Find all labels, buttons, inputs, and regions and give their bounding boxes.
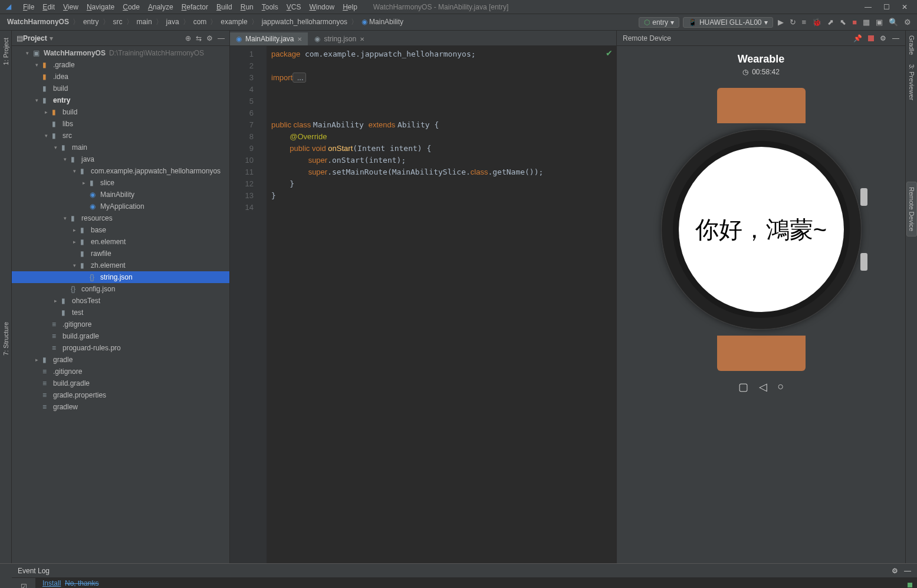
menu-navigate[interactable]: Navigate <box>83 2 119 12</box>
overview-icon[interactable]: ▢ <box>738 380 748 393</box>
menu-code[interactable]: Code <box>119 2 144 12</box>
tab-gradle[interactable]: Gradle <box>907 31 916 60</box>
attach-icon[interactable]: ⬈ <box>826 18 835 27</box>
tree-item[interactable]: ≡gradlew <box>12 401 229 413</box>
breadcrumb[interactable]: entry <box>81 18 101 26</box>
tree-item[interactable]: ▮libs <box>12 118 229 130</box>
search-icon[interactable]: 🔍 <box>888 18 899 27</box>
breadcrumb[interactable]: com <box>191 18 209 26</box>
menu-file[interactable]: File <box>19 2 38 12</box>
collapse-icon[interactable]: ⇆ <box>196 34 202 42</box>
event-log-body[interactable]: Install No, thanks 8:26 AM Gradle sync s… <box>35 578 917 588</box>
device-selector[interactable]: 📱HUAWEI GLL-AL00▾ <box>683 17 773 28</box>
minimize-panel-icon[interactable]: — <box>892 34 899 42</box>
stop-device-icon[interactable] <box>868 35 874 41</box>
tree-item[interactable]: ≡.gitignore <box>12 318 229 330</box>
breadcrumb[interactable]: jappwatch_helloharmonyos <box>259 18 350 26</box>
mark-read-icon[interactable]: ☑ <box>21 583 27 588</box>
minimize-icon[interactable]: — <box>865 3 872 11</box>
menu-refactor[interactable]: Refactor <box>178 2 212 12</box>
tab-remote-device[interactable]: Remote Device <box>906 182 917 236</box>
tree-item[interactable]: ▮build <box>12 83 229 94</box>
breadcrumb[interactable]: java <box>164 18 182 26</box>
tree-item[interactable]: ≡proguard-rules.pro <box>12 342 229 354</box>
settings-icon[interactable]: ⚙ <box>903 18 912 27</box>
tree-item[interactable]: ▮.idea <box>12 71 229 83</box>
tree-item[interactable]: ▸▮build <box>12 106 229 118</box>
run-icon[interactable]: ▶ <box>777 18 785 27</box>
breadcrumb[interactable]: ◉MainAbility <box>359 18 406 26</box>
gear-icon[interactable]: ⚙ <box>206 34 213 42</box>
maximize-icon[interactable]: ☐ <box>883 3 890 11</box>
hide-panel-icon[interactable]: — <box>904 567 911 575</box>
tree-item[interactable]: ▾▮entry <box>12 94 229 106</box>
menu-vcs[interactable]: VCS <box>282 2 305 12</box>
remote-device-title: Remote Device <box>623 34 671 42</box>
breadcrumb[interactable]: main <box>134 18 155 26</box>
tree-item[interactable]: {}config.json <box>12 283 229 295</box>
tab-previewer[interactable]: 3: Previewer <box>907 60 916 105</box>
tree-item[interactable]: ▾▮main <box>12 142 229 153</box>
close-tab-icon[interactable]: ✕ <box>360 36 364 42</box>
menu-build[interactable]: Build <box>212 2 236 12</box>
tab-project[interactable]: 1: Project <box>1 33 11 70</box>
tree-item[interactable]: {}string.json <box>12 271 229 283</box>
tree-root[interactable]: ▾▣ WatchHarmonyOSD:\Training\WatchHarmon… <box>12 47 229 59</box>
menu-window[interactable]: Window <box>305 2 338 12</box>
debug-icon[interactable]: 🐞 <box>811 18 823 27</box>
tree-item[interactable]: ▾▮src <box>12 130 229 142</box>
no-thanks-link[interactable]: No, thanks <box>65 579 98 587</box>
tree-item[interactable]: ▾▮zh.element <box>12 259 229 271</box>
rerun-icon[interactable]: ↻ <box>788 18 797 27</box>
tree-item[interactable]: ≡gradle.properties <box>12 389 229 401</box>
tree-item[interactable]: ▾▮com.example.jappwatch_helloharmonyos <box>12 165 229 177</box>
tree-item[interactable]: ▾▮.gradle <box>12 59 229 71</box>
target-icon[interactable]: ⊕ <box>185 34 191 42</box>
tree-item[interactable]: ▾▮java <box>12 153 229 165</box>
gear-icon[interactable]: ⚙ <box>880 34 886 42</box>
hide-icon[interactable]: — <box>218 34 225 42</box>
close-tab-icon[interactable]: ✕ <box>297 36 302 42</box>
menu-view[interactable]: View <box>59 2 83 12</box>
tree-item[interactable]: ▮test <box>12 307 229 318</box>
editor-tab[interactable]: ◉string.json✕ <box>308 32 371 45</box>
stop-icon[interactable]: ■ <box>851 18 858 27</box>
tree-item[interactable]: ▸▮slice <box>12 177 229 189</box>
watch-emulator[interactable]: 你好，鴻蒙~ <box>643 88 879 371</box>
module-selector[interactable]: ⬡entry▾ <box>639 17 679 28</box>
home-icon[interactable]: ○ <box>778 380 784 393</box>
menu-edit[interactable]: Edit <box>38 2 59 12</box>
editor-tab[interactable]: ◉MainAbility.java✕ <box>230 32 308 45</box>
emulator-icon[interactable]: ▣ <box>875 18 884 27</box>
tree-item[interactable]: ▸▮base <box>12 224 229 236</box>
code-editor[interactable]: 1234567891011121314 package com.example.… <box>230 46 616 563</box>
menu-run[interactable]: Run <box>236 2 258 12</box>
tree-item[interactable]: ▸▮gradle <box>12 354 229 366</box>
breadcrumb[interactable]: example <box>218 18 249 26</box>
tree-item[interactable]: ▾▮resources <box>12 212 229 224</box>
tree-item[interactable]: ▮rawfile <box>12 248 229 259</box>
tab-structure[interactable]: 7: Structure <box>1 317 11 360</box>
menu-tools[interactable]: Tools <box>258 2 282 12</box>
tree-item[interactable]: ◉MainAbility <box>12 189 229 201</box>
pin-icon[interactable]: 📌 <box>853 34 862 42</box>
tree-item[interactable]: ≡build.gradle <box>12 377 229 389</box>
menu-help[interactable]: Help <box>338 2 361 12</box>
breadcrumb[interactable]: src <box>111 18 125 26</box>
back-icon[interactable]: ◁ <box>759 380 767 393</box>
tree-item[interactable]: ▸▮ohosTest <box>12 295 229 307</box>
menu-analyze[interactable]: Analyze <box>144 2 178 12</box>
tree-item[interactable]: ◉MyApplication <box>12 201 229 212</box>
tree-item[interactable]: ≡.gitignore <box>12 366 229 377</box>
install-link[interactable]: Install <box>42 579 61 587</box>
breadcrumb[interactable]: WatchHarmonyOS <box>5 18 71 26</box>
layout-icon[interactable]: ▦ <box>862 18 871 27</box>
tree-item[interactable]: ▸▮en.element <box>12 236 229 248</box>
gear-icon[interactable]: ⚙ <box>892 567 898 575</box>
coverage-icon[interactable]: ≡ <box>801 18 808 27</box>
window-title: WatchHarmonyOS - MainAbility.java [entry… <box>373 3 508 11</box>
tree-item[interactable]: ≡build.gradle <box>12 330 229 342</box>
profile-icon[interactable]: ⬉ <box>839 18 847 27</box>
close-icon[interactable]: ✕ <box>902 3 908 11</box>
project-tree[interactable]: ▾▣ WatchHarmonyOSD:\Training\WatchHarmon… <box>12 46 229 563</box>
